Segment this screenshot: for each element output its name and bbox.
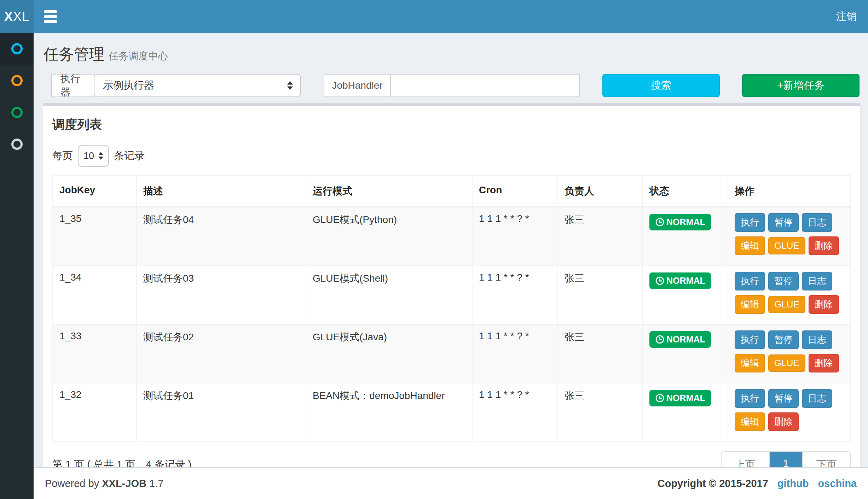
glue-button[interactable]: GLUE (768, 296, 805, 313)
executor-selected-value: 示例执行器 (103, 78, 154, 93)
cell-run-mode: GLUE模式(Python) (306, 207, 472, 266)
pause-button[interactable]: 暂停 (768, 272, 799, 290)
glue-button[interactable]: GLUE (768, 237, 805, 254)
logo-bold: X (4, 9, 13, 24)
status-text: NORMAL (666, 217, 705, 227)
cell-run-mode: GLUE模式(Java) (306, 324, 472, 383)
delete-button[interactable]: 删除 (809, 354, 839, 372)
clock-icon (655, 217, 665, 227)
table-row: 1_32 测试任务01 BEAN模式：demoJobHandler 1 1 1 … (53, 383, 851, 442)
panel-title: 调度列表 (52, 116, 851, 133)
logo-rest: XL (13, 9, 29, 24)
cell-description: 测试任务02 (137, 324, 306, 383)
table-row: 1_33 测试任务02 GLUE模式(Java) 1 1 1 * * ? * 张… (53, 324, 851, 383)
oschina-link[interactable]: oschina (818, 478, 857, 489)
executor-group: 执行器 示例执行器 (51, 74, 301, 97)
powered-by: Powered by XXL-JOB 1.7 (45, 478, 163, 489)
page-size-select[interactable]: 10 (78, 145, 109, 167)
page-size-prefix: 每页 (52, 149, 73, 163)
column-header: 描述 (137, 176, 306, 207)
cell-description: 测试任务03 (137, 266, 306, 324)
cell-status: NORMAL (643, 266, 728, 324)
run-button[interactable]: 执行 (735, 389, 765, 408)
run-button[interactable]: 执行 (735, 213, 765, 232)
add-task-button[interactable]: +新增任务 (742, 74, 860, 97)
table-row: 1_34 测试任务03 GLUE模式(Shell) 1 1 1 * * ? * … (53, 266, 851, 324)
sidebar-item-2[interactable] (0, 65, 34, 96)
page-size-suffix: 条记录 (114, 149, 145, 163)
table-header-row: JobKey描述运行模式Cron负责人状态操作 (53, 176, 851, 207)
hamburger-menu-icon[interactable] (34, 0, 68, 33)
cell-jobkey: 1_34 (53, 266, 137, 324)
jobhandler-input[interactable] (391, 74, 580, 97)
select-arrows-icon (287, 81, 293, 90)
jobhandler-label: JobHandler (324, 74, 391, 97)
cell-owner: 张三 (558, 266, 643, 324)
status-text: NORMAL (666, 393, 705, 403)
pause-button[interactable]: 暂停 (768, 389, 799, 408)
log-button[interactable]: 日志 (802, 389, 832, 408)
delete-button[interactable]: 删除 (809, 295, 839, 314)
run-button[interactable]: 执行 (735, 330, 765, 349)
product-name: XXL-JOB (102, 478, 146, 489)
logout-link[interactable]: 注销 (836, 10, 857, 24)
clock-icon (655, 276, 665, 286)
edit-button[interactable]: 编辑 (735, 354, 765, 372)
cell-run-mode: GLUE模式(Shell) (306, 266, 472, 324)
circle-icon (11, 107, 23, 118)
edit-button[interactable]: 编辑 (735, 295, 765, 314)
cell-description: 测试任务01 (137, 383, 306, 442)
pause-button[interactable]: 暂停 (768, 330, 799, 349)
edit-button[interactable]: 编辑 (735, 412, 765, 431)
column-header: 负责人 (558, 176, 643, 207)
page-subtitle: 任务调度中心 (109, 51, 168, 61)
select-arrows-icon (98, 152, 103, 160)
circle-icon (11, 75, 23, 86)
log-button[interactable]: 日志 (802, 330, 832, 349)
cell-cron: 1 1 1 * * ? * (472, 383, 558, 442)
cell-run-mode: BEAN模式：demoJobHandler (306, 383, 472, 442)
sidebar-menu (0, 33, 34, 160)
github-link[interactable]: github (777, 478, 809, 489)
cell-owner: 张三 (558, 383, 643, 442)
log-button[interactable]: 日志 (802, 213, 832, 232)
content-header: 任务管理任务调度中心 (34, 33, 868, 65)
cell-actions: 执行暂停日志编辑GLUE删除 (728, 266, 851, 324)
executor-select[interactable]: 示例执行器 (94, 74, 301, 97)
log-button[interactable]: 日志 (802, 272, 832, 290)
delete-button[interactable]: 删除 (809, 236, 839, 255)
cell-cron: 1 1 1 * * ? * (472, 324, 558, 383)
jobhandler-group: JobHandler (324, 74, 580, 97)
clock-icon (655, 335, 665, 344)
status-text: NORMAL (666, 276, 705, 286)
cell-actions: 执行暂停日志编辑删除 (728, 383, 851, 442)
pause-button[interactable]: 暂停 (768, 213, 799, 232)
circle-icon (11, 43, 23, 54)
product-version: 1.7 (149, 478, 163, 489)
sidebar-item-3[interactable] (0, 96, 34, 128)
column-header: Cron (472, 176, 558, 207)
clock-icon (655, 393, 665, 403)
glue-button[interactable]: GLUE (768, 354, 805, 372)
cell-status: NORMAL (643, 207, 728, 266)
app-logo[interactable]: XXL (0, 0, 34, 33)
cell-status: NORMAL (643, 383, 728, 442)
search-button[interactable]: 搜索 (602, 74, 720, 97)
jobs-table: JobKey描述运行模式Cron负责人状态操作 1_35 测试任务04 GLUE… (52, 175, 851, 442)
cell-owner: 张三 (558, 207, 643, 266)
edit-button[interactable]: 编辑 (735, 236, 765, 255)
status-badge: NORMAL (649, 214, 711, 230)
page-title: 任务管理 (44, 46, 104, 63)
run-button[interactable]: 执行 (735, 272, 765, 290)
status-badge: NORMAL (649, 331, 711, 348)
cell-description: 测试任务04 (137, 207, 306, 266)
table-row: 1_35 测试任务04 GLUE模式(Python) 1 1 1 * * ? *… (53, 207, 851, 266)
cell-status: NORMAL (643, 324, 728, 383)
sidebar-item-1[interactable] (0, 33, 34, 65)
delete-button[interactable]: 删除 (768, 412, 799, 431)
column-header: 操作 (728, 176, 851, 207)
table-body: 1_35 测试任务04 GLUE模式(Python) 1 1 1 * * ? *… (53, 207, 851, 442)
status-badge: NORMAL (649, 390, 711, 406)
sidebar-item-4[interactable] (0, 128, 34, 160)
cell-actions: 执行暂停日志编辑GLUE删除 (728, 207, 851, 266)
